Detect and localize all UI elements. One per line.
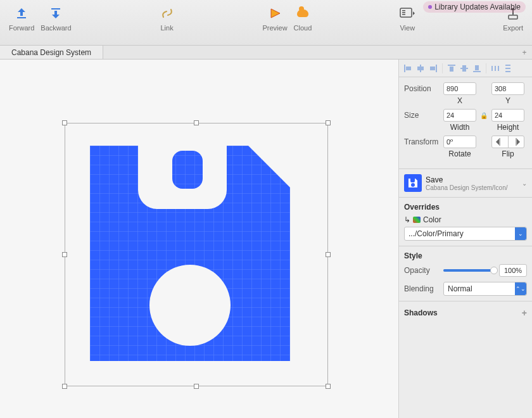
distribute-v-icon[interactable]: [503, 63, 513, 73]
svg-rect-24: [505, 65, 510, 66]
svg-rect-25: [505, 68, 510, 69]
selection-border: [65, 123, 328, 386]
svg-rect-15: [448, 65, 455, 66]
svg-rect-20: [475, 65, 479, 70]
shadows-header: Shadows: [404, 308, 438, 317]
flip-group: [491, 136, 524, 148]
svg-rect-5: [402, 14, 405, 15]
symbol-thumbnail: [404, 174, 422, 192]
handle-s[interactable]: [194, 384, 199, 389]
svg-rect-14: [430, 66, 435, 70]
handle-w[interactable]: [62, 252, 67, 257]
opacity-slider[interactable]: [443, 269, 494, 272]
lock-icon[interactable]: 🔒: [480, 112, 488, 119]
svg-rect-10: [406, 66, 411, 70]
svg-rect-27: [500, 138, 500, 146]
selection[interactable]: [65, 123, 328, 386]
position-label: Position: [404, 84, 440, 93]
flip-v-button[interactable]: [509, 136, 524, 148]
style-section: Style Opacity Blending Normal ⌃⌄: [399, 246, 532, 301]
overrides-header: Overrides: [404, 203, 527, 212]
align-vcenter-icon[interactable]: [459, 63, 469, 73]
forward-button[interactable]: Forward: [9, 5, 34, 32]
dropdown-arrow-icon: ⌄: [515, 227, 526, 240]
svg-rect-19: [473, 71, 481, 72]
override-indent-icon: ↳: [404, 215, 410, 224]
cloud-button[interactable]: Cloud: [294, 5, 312, 32]
handle-nw[interactable]: [62, 120, 67, 125]
download-icon: [48, 5, 64, 22]
handle-sw[interactable]: [62, 384, 67, 389]
link-button[interactable]: Link: [159, 5, 175, 32]
opacity-input[interactable]: [499, 264, 527, 277]
color-override-select[interactable]: .../Color/Primary ⌄: [404, 227, 527, 241]
transform-label: Transform: [404, 137, 440, 146]
blending-label: Blending: [404, 284, 438, 293]
symbol-row[interactable]: Save Cabana Design System/Icon/ ⌄: [399, 169, 532, 198]
view-button[interactable]: View: [399, 5, 415, 32]
svg-rect-3: [402, 10, 405, 11]
dot-icon: [428, 5, 432, 9]
inspector: Position XY Size 🔒 WidthHeight Transform: [399, 60, 532, 418]
chevron-down-icon[interactable]: ⌄: [522, 180, 527, 187]
handle-n[interactable]: [194, 120, 199, 125]
add-shadow-button[interactable]: +: [522, 308, 527, 318]
position-x-input[interactable]: [443, 82, 476, 95]
height-input[interactable]: [491, 109, 524, 122]
align-controls: [399, 60, 532, 77]
svg-rect-23: [498, 66, 499, 71]
overrides-section: Overrides ↳Color .../Color/Primary ⌄: [399, 198, 532, 246]
library-updates-badge[interactable]: Library Updates Available: [423, 1, 526, 13]
svg-rect-6: [509, 15, 517, 19]
svg-rect-9: [404, 65, 405, 72]
svg-rect-13: [436, 65, 437, 72]
play-icon: [267, 5, 283, 22]
svg-rect-21: [491, 66, 493, 71]
cloud-icon: [294, 5, 311, 22]
handle-se[interactable]: [326, 384, 331, 389]
backward-button[interactable]: Backward: [41, 5, 71, 32]
opacity-label: Opacity: [404, 266, 438, 275]
shadows-section: Shadows +: [399, 301, 532, 324]
align-top-icon[interactable]: [446, 63, 457, 73]
palette-icon: [413, 217, 421, 223]
align-bottom-icon[interactable]: [472, 63, 482, 73]
align-left-icon[interactable]: [403, 63, 413, 73]
svg-rect-4: [402, 12, 405, 13]
svg-rect-22: [495, 66, 496, 71]
style-header: Style: [404, 251, 527, 260]
width-input[interactable]: [443, 109, 476, 122]
dropdown-arrow-icon: ⌃⌄: [515, 282, 526, 295]
svg-rect-28: [516, 138, 516, 146]
tab-cabana[interactable]: Cabana Design System: [0, 46, 103, 59]
svg-rect-26: [505, 71, 510, 72]
preview-button[interactable]: Preview: [262, 5, 287, 32]
link-icon: [159, 5, 175, 22]
size-label: Size: [404, 111, 440, 120]
symbol-name: Save: [426, 175, 508, 184]
upload-icon: [13, 5, 30, 22]
canvas[interactable]: [0, 60, 399, 418]
svg-rect-2: [400, 8, 412, 17]
handle-e[interactable]: [326, 252, 331, 257]
svg-rect-18: [462, 65, 466, 72]
distribute-h-icon[interactable]: [490, 63, 500, 73]
rotate-input[interactable]: [443, 136, 476, 148]
position-y-input[interactable]: [491, 82, 524, 95]
align-right-icon[interactable]: [428, 63, 438, 73]
svg-rect-1: [51, 8, 60, 10]
toolbar: Library Updates Available Forward Backwa…: [0, 0, 532, 46]
tab-add-button[interactable]: +: [517, 48, 532, 57]
geometry-panel: Position XY Size 🔒 WidthHeight Transform: [399, 77, 532, 169]
handle-ne[interactable]: [326, 120, 331, 125]
symbol-path: Cabana Design System/Icon/: [426, 184, 508, 191]
flip-h-button[interactable]: [492, 136, 509, 148]
align-hcenter-icon[interactable]: [415, 63, 426, 73]
svg-rect-16: [450, 66, 453, 72]
svg-rect-0: [17, 17, 26, 18]
library-updates-text: Library Updates Available: [434, 3, 521, 11]
svg-rect-12: [417, 66, 424, 70]
document-tabs: Cabana Design System +: [0, 46, 532, 60]
view-icon: [399, 5, 415, 22]
blending-select[interactable]: Normal ⌃⌄: [443, 282, 527, 296]
